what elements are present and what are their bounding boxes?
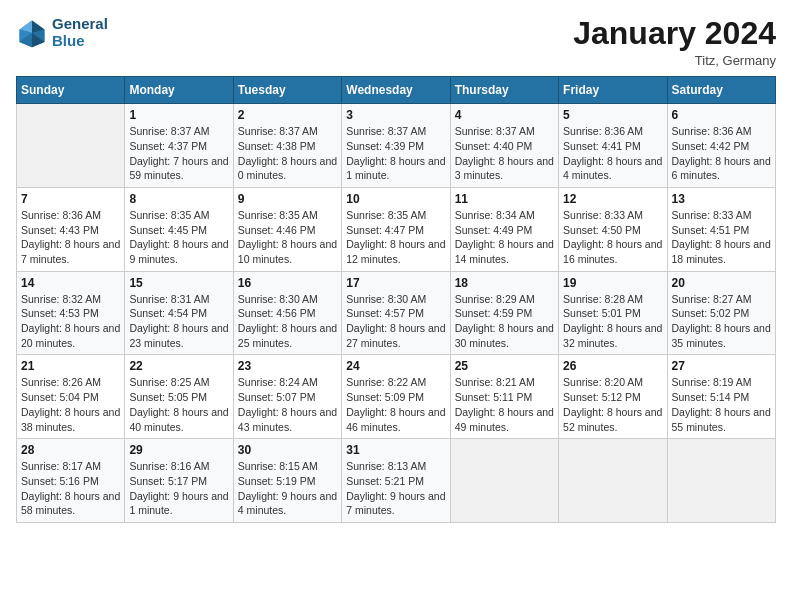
day-number: 21 (21, 359, 120, 373)
day-info: Sunrise: 8:34 AMSunset: 4:49 PMDaylight:… (455, 208, 554, 267)
col-sunday: Sunday (17, 77, 125, 104)
day-info: Sunrise: 8:37 AMSunset: 4:38 PMDaylight:… (238, 124, 337, 183)
col-monday: Monday (125, 77, 233, 104)
day-cell: 17Sunrise: 8:30 AMSunset: 4:57 PMDayligh… (342, 271, 450, 355)
day-info: Sunrise: 8:17 AMSunset: 5:16 PMDaylight:… (21, 459, 120, 518)
day-cell (559, 439, 667, 523)
day-number: 25 (455, 359, 554, 373)
day-cell: 29Sunrise: 8:16 AMSunset: 5:17 PMDayligh… (125, 439, 233, 523)
day-number: 19 (563, 276, 662, 290)
day-info: Sunrise: 8:26 AMSunset: 5:04 PMDaylight:… (21, 375, 120, 434)
day-number: 3 (346, 108, 445, 122)
day-info: Sunrise: 8:28 AMSunset: 5:01 PMDaylight:… (563, 292, 662, 351)
day-number: 28 (21, 443, 120, 457)
day-cell: 21Sunrise: 8:26 AMSunset: 5:04 PMDayligh… (17, 355, 125, 439)
day-number: 11 (455, 192, 554, 206)
day-number: 16 (238, 276, 337, 290)
day-number: 15 (129, 276, 228, 290)
day-info: Sunrise: 8:15 AMSunset: 5:19 PMDaylight:… (238, 459, 337, 518)
day-cell: 2Sunrise: 8:37 AMSunset: 4:38 PMDaylight… (233, 104, 341, 188)
page: General Blue January 2024 Titz, Germany … (0, 0, 792, 612)
day-info: Sunrise: 8:21 AMSunset: 5:11 PMDaylight:… (455, 375, 554, 434)
week-row-0: 1Sunrise: 8:37 AMSunset: 4:37 PMDaylight… (17, 104, 776, 188)
day-info: Sunrise: 8:35 AMSunset: 4:46 PMDaylight:… (238, 208, 337, 267)
col-friday: Friday (559, 77, 667, 104)
day-number: 1 (129, 108, 228, 122)
day-cell: 22Sunrise: 8:25 AMSunset: 5:05 PMDayligh… (125, 355, 233, 439)
day-number: 24 (346, 359, 445, 373)
title-block: January 2024 Titz, Germany (573, 16, 776, 68)
day-info: Sunrise: 8:20 AMSunset: 5:12 PMDaylight:… (563, 375, 662, 434)
day-number: 26 (563, 359, 662, 373)
day-cell: 12Sunrise: 8:33 AMSunset: 4:50 PMDayligh… (559, 187, 667, 271)
day-number: 29 (129, 443, 228, 457)
week-row-1: 7Sunrise: 8:36 AMSunset: 4:43 PMDaylight… (17, 187, 776, 271)
day-number: 10 (346, 192, 445, 206)
day-number: 18 (455, 276, 554, 290)
day-number: 4 (455, 108, 554, 122)
day-number: 2 (238, 108, 337, 122)
day-cell: 19Sunrise: 8:28 AMSunset: 5:01 PMDayligh… (559, 271, 667, 355)
day-cell: 31Sunrise: 8:13 AMSunset: 5:21 PMDayligh… (342, 439, 450, 523)
col-thursday: Thursday (450, 77, 558, 104)
day-cell: 13Sunrise: 8:33 AMSunset: 4:51 PMDayligh… (667, 187, 775, 271)
day-number: 22 (129, 359, 228, 373)
day-number: 30 (238, 443, 337, 457)
day-number: 6 (672, 108, 771, 122)
week-row-2: 14Sunrise: 8:32 AMSunset: 4:53 PMDayligh… (17, 271, 776, 355)
logo-text: General Blue (52, 16, 108, 49)
day-cell: 6Sunrise: 8:36 AMSunset: 4:42 PMDaylight… (667, 104, 775, 188)
day-info: Sunrise: 8:33 AMSunset: 4:51 PMDaylight:… (672, 208, 771, 267)
day-cell: 20Sunrise: 8:27 AMSunset: 5:02 PMDayligh… (667, 271, 775, 355)
day-info: Sunrise: 8:32 AMSunset: 4:53 PMDaylight:… (21, 292, 120, 351)
day-cell: 18Sunrise: 8:29 AMSunset: 4:59 PMDayligh… (450, 271, 558, 355)
day-cell (17, 104, 125, 188)
day-info: Sunrise: 8:30 AMSunset: 4:56 PMDaylight:… (238, 292, 337, 351)
day-info: Sunrise: 8:35 AMSunset: 4:47 PMDaylight:… (346, 208, 445, 267)
month-title: January 2024 (573, 16, 776, 51)
day-cell: 3Sunrise: 8:37 AMSunset: 4:39 PMDaylight… (342, 104, 450, 188)
day-cell (667, 439, 775, 523)
day-cell (450, 439, 558, 523)
day-number: 23 (238, 359, 337, 373)
day-cell: 11Sunrise: 8:34 AMSunset: 4:49 PMDayligh… (450, 187, 558, 271)
day-info: Sunrise: 8:36 AMSunset: 4:42 PMDaylight:… (672, 124, 771, 183)
calendar-body: 1Sunrise: 8:37 AMSunset: 4:37 PMDaylight… (17, 104, 776, 523)
col-saturday: Saturday (667, 77, 775, 104)
day-info: Sunrise: 8:36 AMSunset: 4:43 PMDaylight:… (21, 208, 120, 267)
day-info: Sunrise: 8:29 AMSunset: 4:59 PMDaylight:… (455, 292, 554, 351)
day-info: Sunrise: 8:31 AMSunset: 4:54 PMDaylight:… (129, 292, 228, 351)
day-info: Sunrise: 8:30 AMSunset: 4:57 PMDaylight:… (346, 292, 445, 351)
day-cell: 26Sunrise: 8:20 AMSunset: 5:12 PMDayligh… (559, 355, 667, 439)
day-info: Sunrise: 8:13 AMSunset: 5:21 PMDaylight:… (346, 459, 445, 518)
day-info: Sunrise: 8:37 AMSunset: 4:39 PMDaylight:… (346, 124, 445, 183)
day-info: Sunrise: 8:37 AMSunset: 4:40 PMDaylight:… (455, 124, 554, 183)
week-row-3: 21Sunrise: 8:26 AMSunset: 5:04 PMDayligh… (17, 355, 776, 439)
day-cell: 14Sunrise: 8:32 AMSunset: 4:53 PMDayligh… (17, 271, 125, 355)
day-cell: 8Sunrise: 8:35 AMSunset: 4:45 PMDaylight… (125, 187, 233, 271)
day-info: Sunrise: 8:24 AMSunset: 5:07 PMDaylight:… (238, 375, 337, 434)
day-cell: 1Sunrise: 8:37 AMSunset: 4:37 PMDaylight… (125, 104, 233, 188)
day-cell: 23Sunrise: 8:24 AMSunset: 5:07 PMDayligh… (233, 355, 341, 439)
day-number: 5 (563, 108, 662, 122)
day-info: Sunrise: 8:22 AMSunset: 5:09 PMDaylight:… (346, 375, 445, 434)
header-row: Sunday Monday Tuesday Wednesday Thursday… (17, 77, 776, 104)
day-cell: 27Sunrise: 8:19 AMSunset: 5:14 PMDayligh… (667, 355, 775, 439)
day-cell: 9Sunrise: 8:35 AMSunset: 4:46 PMDaylight… (233, 187, 341, 271)
day-number: 20 (672, 276, 771, 290)
day-number: 12 (563, 192, 662, 206)
day-info: Sunrise: 8:36 AMSunset: 4:41 PMDaylight:… (563, 124, 662, 183)
day-cell: 28Sunrise: 8:17 AMSunset: 5:16 PMDayligh… (17, 439, 125, 523)
day-cell: 5Sunrise: 8:36 AMSunset: 4:41 PMDaylight… (559, 104, 667, 188)
logo-icon (16, 17, 48, 49)
calendar-header: Sunday Monday Tuesday Wednesday Thursday… (17, 77, 776, 104)
day-number: 8 (129, 192, 228, 206)
day-number: 14 (21, 276, 120, 290)
day-number: 27 (672, 359, 771, 373)
day-info: Sunrise: 8:19 AMSunset: 5:14 PMDaylight:… (672, 375, 771, 434)
day-number: 17 (346, 276, 445, 290)
col-wednesday: Wednesday (342, 77, 450, 104)
day-number: 7 (21, 192, 120, 206)
day-number: 31 (346, 443, 445, 457)
day-cell: 10Sunrise: 8:35 AMSunset: 4:47 PMDayligh… (342, 187, 450, 271)
